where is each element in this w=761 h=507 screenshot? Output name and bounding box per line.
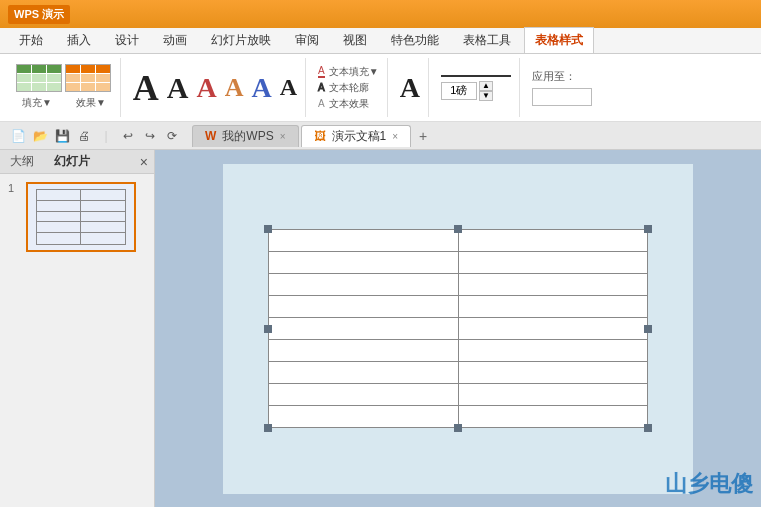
panel-tab-slides[interactable]: 幻灯片 [44, 150, 100, 173]
table-row [269, 384, 648, 406]
apply-label: 应用至： [532, 69, 592, 84]
table-row [269, 274, 648, 296]
table-cell[interactable] [269, 296, 459, 318]
refresh-btn[interactable]: ⟳ [162, 126, 182, 146]
slide-table[interactable] [268, 229, 648, 428]
line-width-input[interactable] [441, 82, 477, 100]
slide-list: 1 [0, 174, 154, 507]
table-cell[interactable] [269, 362, 459, 384]
table-row [269, 296, 648, 318]
handle-bottom-center[interactable] [454, 424, 462, 432]
ppt-tab-label: 演示文稿1 [332, 128, 387, 145]
table-cell[interactable] [269, 274, 459, 296]
text-effect-row: A 文本效果 [318, 97, 379, 111]
wps-tab-close[interactable]: × [280, 131, 286, 142]
table-cell[interactable] [458, 340, 648, 362]
undo-btn[interactable]: ↩ [118, 126, 138, 146]
workspace: 大纲 幻灯片 × 1 [0, 150, 761, 507]
apply-to-input[interactable] [532, 88, 592, 106]
text-effect-label[interactable]: 文本效果 [329, 97, 369, 111]
effect-label: 效果▼ [76, 96, 106, 110]
table-row [269, 362, 648, 384]
handle-bottom-right[interactable] [644, 424, 652, 432]
add-tab-btn[interactable]: + [413, 126, 433, 146]
font-size-a4[interactable]: A [225, 73, 244, 103]
font-size-group: A A A A A A [125, 58, 306, 117]
font-size-a6[interactable]: A [280, 74, 297, 101]
text-fill-icon: A [318, 65, 325, 78]
redo-btn[interactable]: ↪ [140, 126, 160, 146]
table-row [269, 340, 648, 362]
tab-animation[interactable]: 动画 [152, 27, 198, 53]
panel-tab-outline[interactable]: 大纲 [0, 150, 44, 173]
line-width-down[interactable]: ▼ [479, 91, 493, 101]
slide-table-wrapper[interactable] [268, 229, 648, 428]
handle-bottom-left[interactable] [264, 424, 272, 432]
table-cell[interactable] [269, 384, 459, 406]
tab-mywps[interactable]: W 我的WPS × [192, 125, 299, 147]
slide-thumb-table [36, 189, 126, 245]
text-outline-label[interactable]: 文本轮廓 [329, 81, 369, 95]
table-cell[interactable] [458, 362, 648, 384]
font-size-a1[interactable]: A [133, 67, 159, 109]
ribbon-tabs: 开始 插入 设计 动画 幻灯片放映 审阅 视图 特色功能 表格工具 表格样式 [0, 28, 761, 54]
handle-mid-left[interactable] [264, 325, 272, 333]
tab-design[interactable]: 设计 [104, 27, 150, 53]
tab-presentation1[interactable]: 🖼 演示文稿1 × [301, 125, 412, 147]
table-cell[interactable] [458, 406, 648, 428]
table-cell[interactable] [269, 252, 459, 274]
new-doc-btn[interactable]: 📄 [8, 126, 28, 146]
open-btn[interactable]: 📂 [30, 126, 50, 146]
table-cell[interactable] [458, 384, 648, 406]
table-cell[interactable] [458, 252, 648, 274]
tab-table-tools[interactable]: 表格工具 [452, 27, 522, 53]
title-bar: WPS 演示 [0, 0, 761, 28]
print-btn[interactable]: 🖨 [74, 126, 94, 146]
handle-top-center[interactable] [454, 225, 462, 233]
tab-view[interactable]: 视图 [332, 27, 378, 53]
panel-tabs: 大纲 幻灯片 × [0, 150, 154, 174]
tab-slideshow[interactable]: 幻灯片放映 [200, 27, 282, 53]
table-cell[interactable] [458, 274, 648, 296]
table-style-group: 填充▼ 效果▼ [8, 58, 121, 117]
table-cell[interactable] [269, 406, 459, 428]
tab-review[interactable]: 审阅 [284, 27, 330, 53]
tab-start[interactable]: 开始 [8, 27, 54, 53]
tab-features[interactable]: 特色功能 [380, 27, 450, 53]
line-width-up[interactable]: ▲ [479, 81, 493, 91]
table-cell[interactable] [269, 230, 459, 252]
slide-thumbnail[interactable] [26, 182, 136, 252]
text-fill-label[interactable]: 文本填充▼ [329, 65, 379, 79]
table-cell[interactable] [458, 230, 648, 252]
table-style-green[interactable] [16, 64, 62, 92]
table-row [269, 252, 648, 274]
slide-canvas[interactable]: 山乡电傻 [155, 150, 761, 507]
text-effects-group: A 文本填充▼ A 文本轮廓 A 文本效果 [310, 58, 388, 117]
wps-tab-label: 我的WPS [222, 128, 273, 145]
slide-content [223, 164, 693, 494]
panel-close-btn[interactable]: × [134, 154, 154, 170]
text-fill-row: A 文本填充▼ [318, 65, 379, 79]
plain-a-button[interactable]: A [400, 72, 420, 104]
handle-top-left[interactable] [264, 225, 272, 233]
fill-button[interactable]: 填充▼ [16, 94, 58, 112]
handle-top-right[interactable] [644, 225, 652, 233]
table-cell[interactable] [458, 296, 648, 318]
effect-button[interactable]: 效果▼ [70, 94, 112, 112]
tab-insert[interactable]: 插入 [56, 27, 102, 53]
line-spin: ▲ ▼ [441, 81, 511, 101]
tab-table-style[interactable]: 表格样式 [524, 27, 594, 53]
table-cell[interactable] [269, 318, 459, 340]
ppt-tab-close[interactable]: × [392, 131, 398, 142]
handle-mid-right[interactable] [644, 325, 652, 333]
table-cell[interactable] [269, 340, 459, 362]
font-size-a2[interactable]: A [167, 71, 189, 105]
font-size-a5[interactable]: A [252, 72, 272, 104]
list-item[interactable]: 1 [8, 182, 146, 252]
fill-label: 填充▼ [22, 96, 52, 110]
save-btn[interactable]: 💾 [52, 126, 72, 146]
apply-group: 应用至： [524, 58, 600, 117]
table-cell[interactable] [458, 318, 648, 340]
font-size-a3[interactable]: A [196, 72, 216, 104]
table-style-orange[interactable] [65, 64, 111, 92]
